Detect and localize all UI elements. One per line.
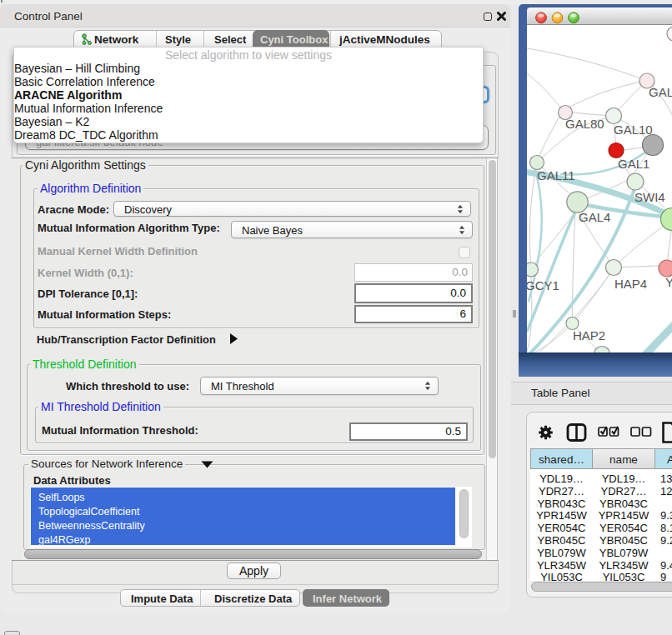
svg-text:GAL4: GAL4 xyxy=(579,210,610,224)
svg-text:HAP4: HAP4 xyxy=(614,277,647,291)
svg-text:GCY1: GCY1 xyxy=(527,278,559,292)
svg-text:YJ: YJ xyxy=(665,275,672,289)
svg-text:SWI4: SWI4 xyxy=(634,190,665,204)
svg-text:GAL10: GAL10 xyxy=(614,122,653,137)
svg-text:GAL80: GAL80 xyxy=(565,117,604,131)
svg-text:GAL7: GAL7 xyxy=(649,85,672,99)
svg-text:HAP2: HAP2 xyxy=(573,328,605,342)
svg-text:GAL1: GAL1 xyxy=(618,157,649,171)
svg-text:GAL11: GAL11 xyxy=(537,168,575,182)
